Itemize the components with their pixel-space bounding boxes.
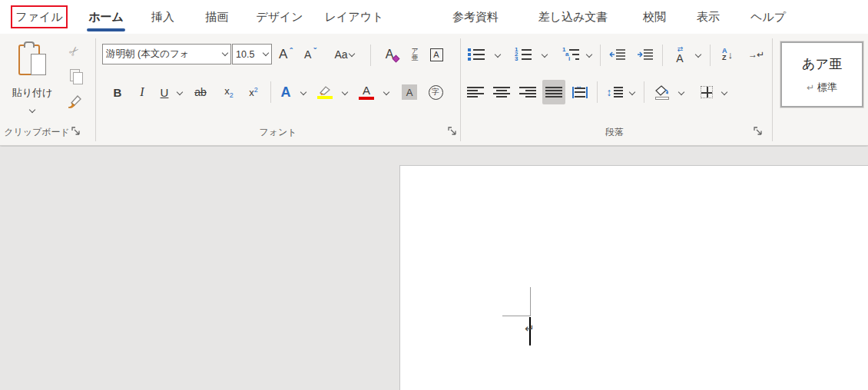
chevron-down-icon [300, 88, 306, 94]
paragraph-mark: ↵ [525, 322, 535, 335]
clear-formatting-button[interactable]: A [376, 42, 403, 67]
paste-label: 貼り付け [12, 86, 53, 100]
format-painter-button[interactable] [63, 91, 86, 112]
decrease-indent-icon [609, 48, 626, 61]
tab-file[interactable]: ファイル [11, 5, 68, 28]
sort-icon: AZ ↓ [722, 48, 733, 61]
style-name: ↵標準 [807, 81, 837, 94]
tab-view[interactable]: 表示 [693, 0, 724, 34]
bold-glyph: B [114, 86, 122, 99]
tab-design[interactable]: デザイン [256, 0, 303, 34]
enclose-character-button[interactable]: 字 [424, 80, 447, 104]
tab-mailings-label: 差し込み文書 [538, 10, 608, 25]
highlight-color-dropdown[interactable] [340, 80, 350, 106]
copy-button[interactable] [65, 66, 84, 84]
tab-view-label: 表示 [697, 10, 720, 25]
increase-indent-button[interactable] [633, 42, 658, 67]
tab-mailings[interactable]: 差し込み文書 [532, 0, 615, 34]
numbering-button[interactable]: 1 2 3 [510, 42, 536, 67]
eraser-icon [393, 55, 400, 63]
highlighter-icon [317, 85, 333, 95]
strikethrough-button[interactable]: ab [189, 80, 212, 104]
font-name-value: 游明朝 (本文のフォ [106, 48, 190, 61]
underline-button[interactable]: U [155, 80, 174, 104]
multilevel-list-button[interactable]: 1 a i [558, 42, 584, 67]
character-shading-button[interactable]: A [398, 80, 421, 104]
shading-button[interactable] [649, 80, 675, 104]
document-page[interactable]: ↵ [399, 165, 868, 390]
enclose-characters-icon: A [430, 48, 443, 61]
button-separator [270, 81, 271, 103]
grow-font-button[interactable]: Aˆ [275, 42, 297, 67]
font-size-combo[interactable]: 10.5 [232, 44, 272, 64]
asian-layout-dropdown[interactable] [693, 42, 704, 68]
justify-button[interactable] [542, 80, 565, 104]
dialog-launcher-icon [754, 127, 763, 136]
sort-button[interactable]: AZ ↓ [714, 42, 740, 67]
chevron-down-icon [721, 88, 727, 94]
superscript-button[interactable]: x2 [243, 80, 264, 104]
borders-button[interactable] [694, 80, 719, 104]
return-mark-icon: ↵ [807, 82, 814, 93]
borders-dropdown[interactable] [719, 80, 730, 106]
text-effects-dropdown[interactable] [298, 80, 309, 106]
subscript-button[interactable]: x2 [218, 80, 240, 104]
show-editing-marks-icon: →↵ [748, 49, 764, 60]
phonetic-guide-button[interactable]: ア亜 [406, 42, 424, 67]
style-normal-card[interactable]: あア亜 ↵標準 [780, 41, 863, 107]
bold-button[interactable]: B [108, 80, 128, 104]
tab-insert[interactable]: 挿入 [148, 0, 177, 34]
show-marks-button[interactable]: →↵ [744, 42, 768, 67]
caret-up-icon: ˆ [290, 46, 293, 55]
align-left-button[interactable] [464, 80, 487, 104]
highlight-color-button[interactable] [313, 80, 336, 104]
bullets-dropdown[interactable] [492, 42, 503, 68]
numbering-dropdown[interactable] [539, 42, 550, 68]
shrink-font-button[interactable]: Aˇ [300, 42, 321, 67]
multilevel-list-dropdown[interactable] [584, 42, 595, 68]
tab-review[interactable]: 校閲 [639, 0, 670, 34]
character-scaling-icon: ⇄ A [676, 46, 683, 64]
cut-button[interactable]: ✂ [65, 41, 84, 60]
distribute-button[interactable]: ↔ [568, 80, 591, 104]
tab-home[interactable]: ホーム [84, 0, 128, 34]
group-separator [772, 38, 773, 141]
paragraph-group-label: 段落 [461, 125, 768, 139]
tab-references[interactable]: 参考資料 [449, 0, 502, 34]
tab-layout-label: レイアウト [325, 10, 384, 25]
italic-button[interactable]: I [132, 80, 152, 104]
enclose-character-icon: 字 [429, 85, 443, 100]
paste-button[interactable]: 貼り付け [8, 40, 57, 118]
align-center-button[interactable] [490, 80, 513, 104]
font-name-combo[interactable]: 游明朝 (本文のフォ [102, 44, 231, 64]
line-spacing-button[interactable]: ↕ [602, 80, 627, 104]
font-color-dropdown[interactable] [381, 80, 392, 106]
font-color-button[interactable]: A [355, 80, 378, 104]
justify-icon [545, 87, 562, 98]
text-effects-button[interactable]: A [275, 80, 297, 104]
paste-clipboard-icon [18, 43, 46, 78]
underline-dropdown[interactable] [174, 80, 185, 106]
ribbon-tab-bar: ファイル ホーム 挿入 描画 デザイン レイアウト 参考資料 差し込み文書 校閲… [0, 0, 868, 34]
bullets-button[interactable] [463, 42, 489, 67]
ribbon: 貼り付け ✂ クリップボード 游明朝 (本文のフォ 10.5 [0, 34, 868, 146]
tab-file-label: ファイル [15, 10, 62, 25]
decrease-indent-button[interactable] [605, 42, 630, 67]
change-case-glyph: Aa [334, 48, 347, 61]
tab-draw[interactable]: 描画 [202, 0, 231, 34]
shading-dropdown[interactable] [676, 80, 687, 106]
tab-help[interactable]: ヘルプ [749, 0, 787, 34]
change-case-button[interactable]: Aa [327, 42, 361, 67]
shrink-font-glyph: A [304, 48, 311, 61]
font-group-label: フォント [96, 125, 460, 139]
italic-glyph: I [140, 85, 144, 99]
paragraph-dialog-launcher[interactable] [753, 126, 764, 137]
line-spacing-dropdown[interactable] [627, 80, 638, 106]
clipboard-dialog-launcher[interactable] [71, 126, 81, 137]
enclose-characters-button[interactable]: A [426, 42, 447, 67]
font-dialog-launcher[interactable] [447, 126, 458, 137]
multilevel-list-icon: 1 a i [562, 48, 579, 61]
align-right-button[interactable] [516, 80, 539, 104]
asian-layout-button[interactable]: ⇄ A [667, 42, 693, 67]
tab-layout[interactable]: レイアウト [329, 0, 379, 34]
